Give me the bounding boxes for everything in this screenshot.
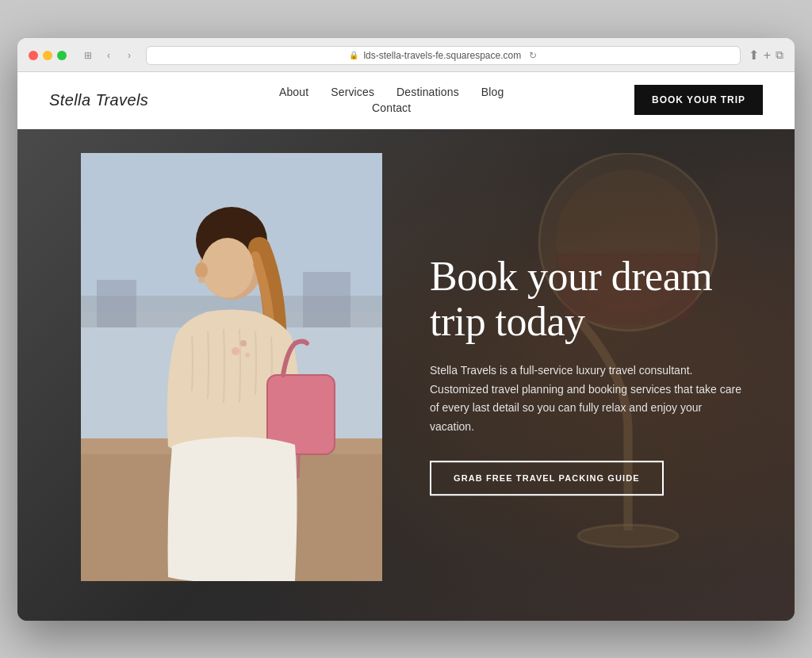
svg-rect-7 — [303, 272, 350, 327]
hero-photo — [81, 153, 382, 581]
svg-point-18 — [240, 340, 247, 346]
share-icon[interactable]: ⬆ — [749, 48, 759, 63]
hero-subtext: Stella Travels is a full-service luxury … — [430, 362, 747, 437]
tabs-icon[interactable]: ⧉ — [776, 48, 783, 62]
address-bar[interactable]: 🔒 lds-stella-travels-fe.squarespace.com … — [146, 46, 741, 65]
site-content: Stella Travels About Services Destinatio… — [17, 72, 795, 621]
maximize-button[interactable] — [57, 51, 67, 60]
reload-icon[interactable]: ↻ — [529, 50, 537, 61]
forward-button[interactable]: › — [121, 47, 138, 64]
book-trip-button[interactable]: BOOK YOUR TRIP — [634, 85, 763, 115]
hero-heading: Book your dream trip today — [430, 254, 747, 344]
back-button[interactable]: ‹ — [100, 47, 117, 64]
packing-guide-button[interactable]: GRAB FREE TRAVEL PACKING GUIDE — [430, 461, 664, 495]
browser-window: ⊞ ‹ › 🔒 lds-stella-travels-fe.squarespac… — [17, 38, 795, 621]
svg-point-19 — [245, 353, 250, 358]
photo-background — [81, 153, 382, 581]
nav-contact[interactable]: Contact — [372, 101, 411, 114]
browser-chrome: ⊞ ‹ › 🔒 lds-stella-travels-fe.squarespac… — [17, 38, 795, 72]
svg-point-16 — [198, 277, 205, 283]
site-logo[interactable]: Stella Travels — [49, 91, 148, 109]
browser-controls: ⊞ ‹ › — [79, 47, 138, 64]
hero-section: Book your dream trip today Stella Travel… — [17, 129, 795, 621]
hero-text-block: Book your dream trip today Stella Travel… — [430, 254, 747, 496]
site-header: Stella Travels About Services Destinatio… — [17, 72, 795, 129]
nav-blog[interactable]: Blog — [481, 86, 504, 98]
svg-rect-6 — [97, 280, 136, 327]
svg-point-17 — [232, 347, 239, 355]
new-tab-icon[interactable]: + — [764, 48, 771, 63]
minimize-button[interactable] — [43, 51, 52, 60]
nav-about[interactable]: About — [279, 86, 308, 98]
url-text: lds-stella-travels-fe.squarespace.com — [363, 50, 521, 61]
nav-services[interactable]: Services — [331, 86, 374, 98]
nav-row-top: About Services Destinations Blog — [279, 86, 504, 98]
close-button[interactable] — [29, 51, 38, 60]
svg-point-2 — [578, 525, 678, 547]
svg-point-12 — [201, 238, 254, 298]
nav-row-bottom: Contact — [372, 101, 411, 114]
browser-actions: ⬆ + ⧉ — [749, 48, 783, 63]
svg-point-15 — [195, 262, 208, 278]
lock-icon: 🔒 — [349, 51, 358, 59]
site-nav: About Services Destinations Blog Contact — [279, 86, 504, 114]
traffic-lights — [29, 51, 67, 60]
sidebar-toggle[interactable]: ⊞ — [79, 47, 97, 64]
nav-destinations[interactable]: Destinations — [396, 86, 459, 98]
